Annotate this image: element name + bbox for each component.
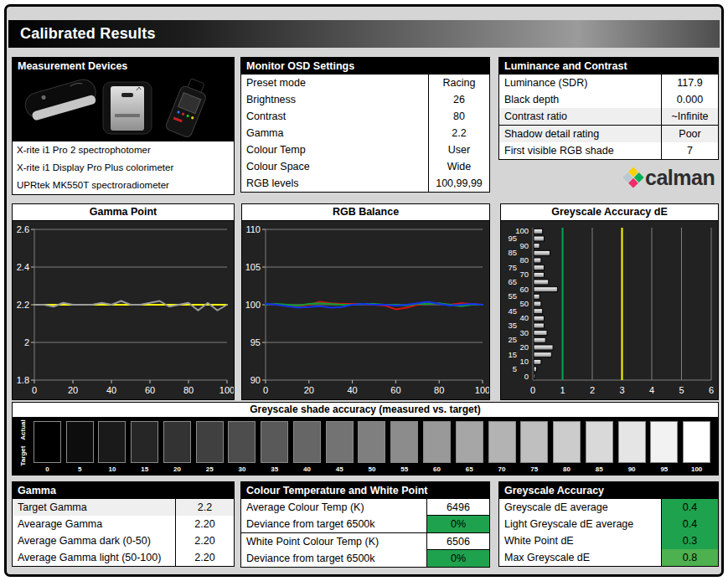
swatch-label: 0 [45,465,49,473]
device-caption: UPRtek MK550T spectroradiometer [13,177,234,194]
row-value: 0% [426,550,489,567]
row-label: Preset mode [241,75,428,91]
calman-logo: calman [622,164,715,191]
swatch-cell: 0 [31,421,64,473]
grey-swatch [34,421,61,463]
table-row: Average Colour Temp (K)6496 [241,499,489,516]
table-row: Max Greyscale dE0.8 [499,549,718,566]
grey-swatch [131,421,158,463]
swatch-cell: 15 [128,421,161,473]
grey-swatch [553,421,581,463]
table-row: First visible RGB shade7 [499,142,718,159]
device-caption-list: X-rite i1 Pro 2 spectrophotomerX-rite i1… [13,141,234,194]
svg-text:0: 0 [530,385,535,395]
row-label: Colour Space [241,158,428,175]
swatch-cell: 80 [550,421,583,473]
svg-text:1: 1 [560,385,565,395]
panel-header: Luminance and Contrast [499,58,718,75]
row-value: 6506 [426,533,489,550]
svg-text:75: 75 [508,263,517,272]
row-value: 2.20 [175,516,234,532]
grey-swatch [358,421,385,463]
row-label: Average Colour Temp (K) [241,499,426,516]
table-row: Preset modeRacing [241,75,489,91]
svg-text:2.6: 2.6 [17,224,29,234]
device-caption: X-rite i1 Display Pro Plus colorimeter [13,159,234,177]
svg-text:2.4: 2.4 [17,262,29,272]
device-caption: X-rite i1 Pro 2 spectrophotomer [13,141,234,159]
swatch-cell: 60 [421,421,453,473]
panel-colour-temperature: Colour Temperature and White Point Avera… [240,481,490,568]
svg-text:110: 110 [245,224,261,234]
swatch-label: 85 [596,465,603,473]
svg-text:100: 100 [219,385,234,395]
swatch-cell: 75 [518,421,550,473]
panel-greyscale-accuracy: Greyscale Accuracy Greyscale dE average0… [498,481,719,567]
swatch-cell: 65 [453,421,486,473]
swatch-label: 60 [433,465,441,473]
svg-text:65: 65 [508,277,517,286]
grey-swatch [163,421,191,463]
table-row: Light Greyscale dE average0.4 [499,516,718,532]
svg-text:40: 40 [106,385,116,395]
row-value: ~Infinite [661,108,718,125]
svg-text:4: 4 [649,385,654,395]
swatch-cell: 40 [291,421,323,473]
page-title-bar: Calibrated Results [8,20,720,48]
svg-text:0: 0 [524,372,529,381]
grey-swatch [520,421,548,463]
row-label: RGB levels [241,175,428,192]
row-label: Avearage Gamma [13,516,175,532]
swatch-cell: 95 [648,421,680,473]
greyscale-accuracy-table: Greyscale dE average0.4Light Greyscale d… [499,499,718,566]
svg-text:2.2: 2.2 [17,300,29,310]
swatch-cell: 55 [388,421,421,473]
svg-text:95: 95 [508,234,517,243]
grey-swatch [456,421,483,463]
calibration-report-page: Calibrated Results Measurement Devices [0,0,728,581]
strip-title: Greyscale shade accuracy (measured vs. t… [13,403,718,418]
calman-diamond-icon [622,166,645,189]
panel-header: Monitor OSD Settings [241,58,489,75]
row-value: 0% [426,516,489,532]
table-row: Colour TempUser [241,141,489,158]
calman-logo-text: calman [645,164,715,191]
swatch-label: 95 [660,465,668,473]
grey-swatch [196,421,224,463]
greyscale-de-plot: 0123456100959085807570656055504540353025… [501,221,718,399]
row-value: 100,99,99 [428,175,489,192]
page-title: Calibrated Results [8,20,720,48]
swatch-cell: 35 [258,421,291,473]
swatch-cell: 100 [680,421,713,473]
table-row: Colour SpaceWide [241,158,489,175]
svg-text:60: 60 [390,385,400,395]
grey-swatch [293,421,321,463]
grey-swatch [618,421,646,463]
grey-swatch [650,421,678,463]
row-value: 2.2 [175,499,234,516]
svg-text:100: 100 [475,385,489,395]
swatch-cell: 50 [356,421,389,473]
row-label: Target Gamma [13,499,175,516]
row-value: 0.000 [661,91,718,108]
chart-title: Gamma Point [13,204,234,221]
grey-swatch [66,421,94,463]
swatch-label: 100 [691,465,702,473]
swatch-label: 70 [498,465,506,473]
swatch-cell: 30 [226,421,259,473]
row-value: 2.20 [175,549,234,566]
grey-swatch [326,421,354,463]
swatch-label: 50 [369,465,376,473]
panel-measurement-devices: Measurement Devices [12,57,235,195]
svg-text:15: 15 [508,350,517,359]
colorimeter-icon [103,82,152,134]
row-value: 6496 [426,499,489,516]
svg-text:3: 3 [619,385,624,395]
svg-text:105: 105 [245,262,261,272]
target-axis-label: Target [19,439,27,474]
panel-header: Measurement Devices [13,58,234,75]
swatch-label: 15 [141,465,148,473]
row-label: Light Greyscale dE average [499,516,661,532]
gamma-point-chart: Gamma Point 1.822.22.42.6020406080100 [12,203,235,400]
table-row: Average Gamma light (50-100)2.20 [13,549,234,566]
